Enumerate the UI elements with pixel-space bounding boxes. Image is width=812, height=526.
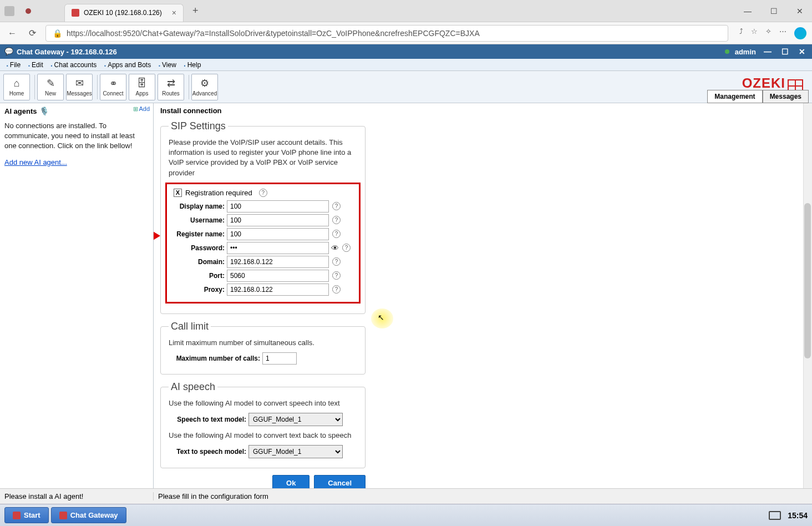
help-icon[interactable]: ? [332, 202, 341, 210]
ai-agents-icon: 🎙️ [39, 107, 49, 115]
ai-speech-group: AI speech Use the following AI model to … [160, 381, 366, 468]
panel-description: No connections are installed. To communi… [4, 121, 149, 151]
apps-icon: 🗄 [137, 78, 147, 89]
app-icon: 💬 [4, 47, 13, 56]
browser-tab[interactable]: OZEKI 10 (192.168.0.126) × [64, 4, 184, 22]
tts-model-select[interactable]: GGUF_Model_1 [248, 445, 343, 458]
add-link[interactable]: Add [133, 105, 150, 113]
menu-edit[interactable]: Edit [25, 60, 47, 70]
display-name-input[interactable] [227, 200, 329, 213]
keyboard-icon[interactable] [769, 511, 781, 520]
stt-model-select[interactable]: GGUF_Model_1 [248, 413, 343, 426]
help-icon[interactable]: ? [332, 271, 341, 280]
new-icon: ✎ [47, 77, 55, 89]
help-icon[interactable]: ? [259, 189, 267, 197]
taskbar: Start Chat Gateway 15:54 [0, 504, 812, 526]
new-tab-button[interactable]: + [192, 5, 199, 17]
tab-messages[interactable]: Messages [763, 90, 809, 103]
status-right: Please fill in the configuration form [154, 492, 273, 500]
show-password-icon[interactable]: 👁 [331, 244, 339, 252]
call-limit-legend: Call limit [169, 321, 211, 332]
ai-speech-desc2: Use the following AI model to convert te… [169, 431, 357, 441]
help-icon[interactable]: ? [342, 244, 351, 252]
password-input[interactable] [227, 242, 329, 254]
help-icon[interactable]: ? [332, 216, 341, 224]
routes-icon: ⇄ [167, 77, 175, 89]
domain-input[interactable] [227, 256, 329, 268]
menu-bar: File Edit Chat accounts Apps and Bots Vi… [0, 59, 812, 71]
messages-icon: ✉ [75, 77, 84, 89]
menu-file[interactable]: File [3, 60, 24, 70]
toolbar-apps[interactable]: 🗄Apps [129, 74, 155, 100]
collections-icon[interactable]: ✧ [765, 27, 772, 39]
register-name-input[interactable] [227, 228, 329, 240]
window-maximize-icon[interactable]: ☐ [766, 4, 782, 18]
max-calls-input[interactable] [262, 352, 297, 365]
read-aloud-icon[interactable]: ⤴ [739, 27, 743, 39]
toolbar-advanced[interactable]: ⚙Advanced [191, 74, 218, 100]
menu-view[interactable]: View [155, 60, 180, 70]
browser-tab-strip: OZEKI 10 (192.168.0.126) × + — ☐ ✕ [0, 0, 812, 22]
help-icon[interactable]: ? [332, 230, 341, 238]
menu-chat-accounts[interactable]: Chat accounts [48, 60, 100, 70]
toolbar-new[interactable]: ✎New [37, 74, 64, 100]
call-limit-description: Limit maximum number of simultaneous cal… [169, 338, 357, 348]
app-taskbar-icon [59, 512, 67, 519]
home-icon: ⌂ [14, 78, 20, 89]
registration-required-checkbox[interactable]: X [174, 189, 182, 197]
sip-legend: SIP Settings [169, 120, 228, 132]
ok-button[interactable]: Ok [272, 475, 309, 488]
help-icon[interactable]: ? [332, 285, 341, 294]
toolbar-home[interactable]: ⌂Home [3, 74, 30, 100]
tab-favicon-icon [72, 9, 79, 17]
app-minimize-icon[interactable]: — [762, 46, 774, 57]
url-text: https://localhost:9520/Chat+Gateway/?a=I… [67, 29, 480, 38]
app-close-icon[interactable]: ✕ [796, 46, 808, 57]
profile-icon[interactable] [4, 6, 14, 16]
annotation-arrow-icon [154, 209, 160, 262]
panel-title: AI agents 🎙️ [4, 107, 149, 115]
sip-description: Please provide the VoIP/SIP user account… [169, 138, 357, 178]
cancel-button[interactable]: Cancel [314, 475, 366, 488]
menu-apps-bots[interactable]: Apps and Bots [101, 60, 154, 70]
status-dot-icon [725, 49, 729, 54]
menu-help[interactable]: Help [181, 60, 205, 70]
start-button[interactable]: Start [4, 507, 49, 523]
app-header: 💬 Chat Gateway - 192.168.0.126 admin — ☐… [0, 44, 812, 59]
app-title: Chat Gateway - 192.168.0.126 [17, 48, 117, 56]
scrollbar[interactable] [803, 103, 812, 488]
scrollbar-thumb[interactable] [804, 203, 811, 358]
favorite-icon[interactable]: ☆ [751, 27, 758, 39]
toolbar-messages[interactable]: ✉Messages [66, 74, 93, 100]
more-icon[interactable]: ⋯ [779, 27, 786, 39]
workspace-icon[interactable] [26, 8, 31, 14]
user-label[interactable]: admin [735, 48, 756, 56]
help-icon[interactable]: ? [332, 257, 341, 266]
left-panel: AI agents 🎙️ Add No connections are inst… [0, 103, 154, 488]
call-limit-group: Call limit Limit maximum number of simul… [160, 321, 366, 375]
tab-close-icon[interactable]: × [172, 8, 176, 17]
port-input[interactable] [227, 270, 329, 282]
back-button[interactable]: ← [6, 27, 19, 40]
svg-marker-0 [154, 209, 160, 262]
toolbar-routes[interactable]: ⇄Routes [158, 74, 184, 100]
tab-title: OZEKI 10 (192.168.0.126) [84, 9, 162, 17]
copilot-icon[interactable] [794, 27, 806, 39]
ai-speech-desc1: Use the following AI model to convert sp… [169, 398, 357, 408]
sip-settings-group: SIP Settings Please provide the VoIP/SIP… [160, 120, 366, 314]
refresh-button[interactable]: ⟳ [26, 27, 39, 40]
tab-management[interactable]: Management [707, 90, 762, 103]
status-bar: Please install a AI agent! Please fill i… [0, 488, 812, 504]
url-input[interactable]: 🔒 https://localhost:9520/Chat+Gateway/?a… [45, 25, 728, 42]
toolbar: ⌂Home ✎New ✉Messages ⚭Connect 🗄Apps ⇄Rou… [0, 71, 812, 103]
taskbar-app-button[interactable]: Chat Gateway [51, 507, 126, 523]
lock-icon: 🔒 [53, 29, 62, 38]
gear-icon: ⚙ [200, 77, 209, 89]
app-maximize-icon[interactable]: ☐ [779, 46, 791, 57]
window-close-icon[interactable]: ✕ [792, 4, 808, 18]
window-minimize-icon[interactable]: — [739, 4, 756, 18]
proxy-input[interactable] [227, 284, 329, 296]
toolbar-connect[interactable]: ⚭Connect [100, 74, 126, 100]
username-input[interactable] [227, 214, 329, 226]
add-agent-link[interactable]: Add new AI agent... [4, 158, 67, 166]
